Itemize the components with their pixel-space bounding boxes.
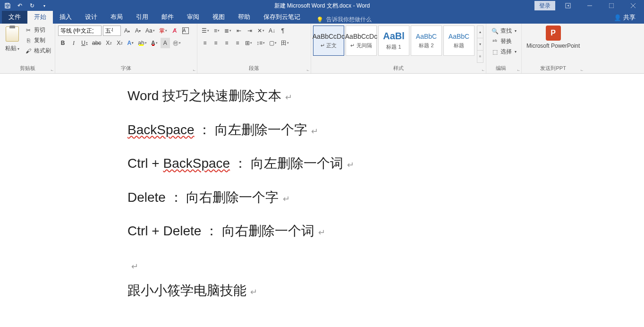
font-group-label: 字体 [55, 65, 197, 73]
align-left-button[interactable]: ≡ [200, 38, 210, 48]
painter-label: 格式刷 [34, 47, 51, 55]
powerpoint-icon[interactable]: P [546, 26, 561, 41]
line-spacing-button[interactable]: ↕≡ [255, 38, 266, 48]
save-icon[interactable] [2, 0, 13, 11]
tab-save-cloud[interactable]: 保存到云笔记 [257, 11, 307, 24]
font-family-select[interactable] [58, 26, 102, 36]
justify-button[interactable]: ≡ [233, 38, 242, 48]
enclose-char-button[interactable]: ㊕ [171, 38, 182, 48]
change-case-button[interactable]: Aa [144, 26, 156, 36]
paragraph[interactable]: Word 技巧之快速删除文本↵ [127, 88, 644, 104]
redo-icon[interactable]: ↻ [26, 0, 38, 11]
style-nospacing[interactable]: AaBbCcDc↵ 无间隔 [346, 26, 377, 56]
titlebar: ↶ ↻ ▾ 新建 Microsoft Word 文档.docx - Word 登… [0, 0, 644, 11]
grow-font-button[interactable]: A▴ [122, 26, 132, 36]
tab-references[interactable]: 引用 [129, 11, 155, 24]
bulb-icon: 💡 [316, 17, 323, 23]
style-normal[interactable]: AaBbCcDc↵ 正文 [313, 26, 344, 56]
maximize-icon[interactable] [601, 0, 622, 11]
font-color-button[interactable]: A [150, 38, 159, 48]
share-button[interactable]: 👤 共享 [610, 11, 639, 24]
select-button[interactable]: ⬚选择▾ [490, 47, 517, 56]
paragraph-mark-icon: ↵ [347, 160, 354, 170]
borders-button[interactable]: 田 [280, 38, 290, 48]
clipboard-group-label: 剪贴板 [0, 65, 55, 73]
paste-label: 粘贴 [5, 44, 19, 52]
decrease-indent-button[interactable]: ⇤ [234, 26, 244, 36]
document-area[interactable]: Word 技巧之快速删除文本↵ BackSpace ： 向左删除一个字↵ Ctr… [0, 74, 644, 327]
phonetic-button[interactable]: 掌 [158, 26, 169, 36]
page: Word 技巧之快速删除文本↵ BackSpace ： 向左删除一个字↵ Ctr… [0, 74, 644, 298]
paragraph-mark-icon: ↵ [311, 127, 318, 136]
tab-home[interactable]: 开始 [27, 11, 53, 24]
tab-layout[interactable]: 布局 [104, 11, 129, 24]
close-icon[interactable] [622, 0, 644, 11]
distribute-button[interactable]: ⊞ [244, 38, 254, 48]
paragraph[interactable]: Ctrl + Delete ： 向右删除一个词↵ [127, 223, 644, 239]
copy-button[interactable]: ⎘复制 [24, 36, 52, 45]
multilevel-button[interactable]: ≣ [223, 26, 233, 36]
ppt-name[interactable]: Microsoft PowerPoint [526, 43, 580, 49]
highlight-button[interactable]: ab [136, 38, 148, 48]
style-heading1[interactable]: AaBl标题 1 [378, 26, 409, 56]
tab-design[interactable]: 设计 [78, 11, 104, 24]
tab-mailings[interactable]: 邮件 [155, 11, 180, 24]
select-icon: ⬚ [491, 48, 499, 56]
replace-button[interactable]: ᵃᵇ替换 [490, 37, 517, 46]
group-font: A▴ A▾ Aa 掌 A̸ A B I U abc X2 X2 A ab A A… [55, 24, 197, 73]
superscript-button[interactable]: X2 [115, 38, 124, 48]
paragraph[interactable]: Delete ： 向右删除一个字↵ [127, 189, 644, 206]
paragraph[interactable]: ↵ [127, 257, 644, 273]
paragraph-mark-icon: ↵ [250, 287, 257, 297]
ribbon-options-icon[interactable] [557, 0, 579, 11]
align-right-button[interactable]: ≡ [222, 38, 231, 48]
clear-format-button[interactable]: A̸ [170, 26, 179, 36]
text-direction-button[interactable]: ✕ [256, 26, 266, 36]
login-button[interactable]: 登录 [534, 1, 555, 10]
paragraph[interactable]: 跟小小筱学电脑技能↵ [127, 283, 644, 299]
share-label: 共享 [623, 13, 636, 22]
numbering-button[interactable]: ≡ [212, 26, 221, 36]
font-size-select[interactable] [103, 26, 121, 36]
paragraph-mark-icon: ↵ [285, 93, 292, 102]
subscript-button[interactable]: X2 [104, 38, 113, 48]
scissors-icon: ✂ [25, 26, 32, 34]
style-title[interactable]: AaBbC标题 [443, 26, 475, 56]
tab-file[interactable]: 文件 [2, 11, 27, 24]
ppt-group-label: 发送到PPT [522, 65, 585, 73]
bullets-button[interactable]: ☰ [200, 26, 211, 36]
show-marks-button[interactable]: ¶ [278, 26, 288, 36]
align-center-button[interactable]: ≡ [211, 38, 220, 48]
char-shading-button[interactable]: A [161, 38, 170, 48]
group-clipboard: 粘贴 ✂剪切 ⎘复制 🖌格式刷 剪贴板 [0, 24, 55, 73]
shading-button[interactable]: ▢ [268, 38, 278, 48]
style-heading2[interactable]: AaBbC标题 2 [411, 26, 442, 56]
italic-button[interactable]: I [69, 38, 78, 48]
styles-more[interactable]: ▴▾≡ [477, 26, 483, 63]
ribbon-tabs: 文件 开始 插入 设计 布局 引用 邮件 审阅 视图 帮助 保存到云笔记 💡 告… [0, 11, 644, 24]
tab-help[interactable]: 帮助 [231, 11, 257, 24]
undo-icon[interactable]: ↶ [14, 0, 25, 11]
increase-indent-button[interactable]: ⇥ [245, 26, 254, 36]
tab-review[interactable]: 审阅 [180, 11, 206, 24]
tell-me-search[interactable]: 💡 告诉我你想做什么 [316, 16, 372, 24]
paragraph[interactable]: BackSpace ： 向左删除一个字↵ [127, 122, 644, 138]
paste-button[interactable]: 粘贴 [3, 26, 22, 64]
find-button[interactable]: 🔍查找▾ [490, 26, 517, 35]
strike-button[interactable]: abc [91, 38, 102, 48]
tab-view[interactable]: 视图 [206, 11, 231, 24]
sort-button[interactable]: A↓ [267, 26, 277, 36]
copy-icon: ⎘ [25, 37, 32, 44]
qat-more-icon[interactable]: ▾ [39, 0, 50, 11]
format-painter-button[interactable]: 🖌格式刷 [24, 46, 52, 55]
char-border-button[interactable]: A [181, 26, 190, 36]
text-effects-button[interactable]: A [126, 38, 135, 48]
cut-button[interactable]: ✂剪切 [24, 26, 52, 34]
paste-icon [6, 26, 19, 42]
paragraph[interactable]: Ctrl + BackSpace ： 向左删除一个词↵ [127, 155, 644, 172]
underline-button[interactable]: U [80, 38, 89, 48]
minimize-icon[interactable] [579, 0, 601, 11]
bold-button[interactable]: B [58, 38, 68, 48]
shrink-font-button[interactable]: A▾ [133, 26, 143, 36]
tab-insert[interactable]: 插入 [53, 11, 78, 24]
